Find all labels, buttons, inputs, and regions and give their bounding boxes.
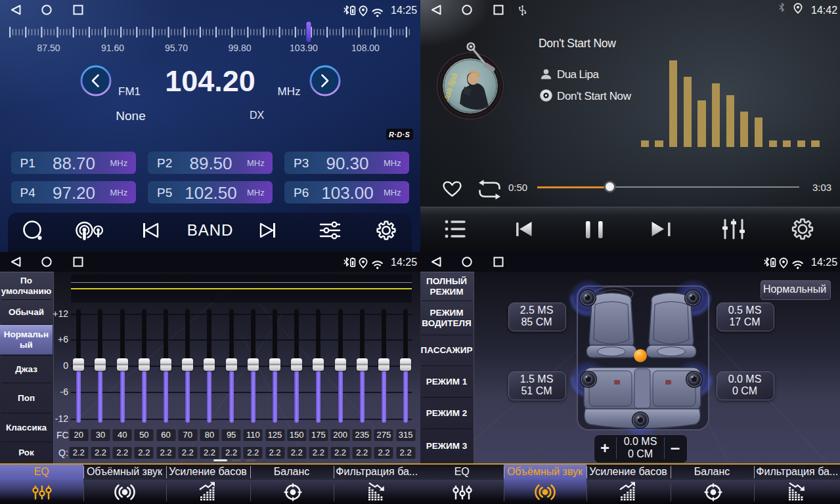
svg-text:BAND: BAND (187, 221, 234, 239)
